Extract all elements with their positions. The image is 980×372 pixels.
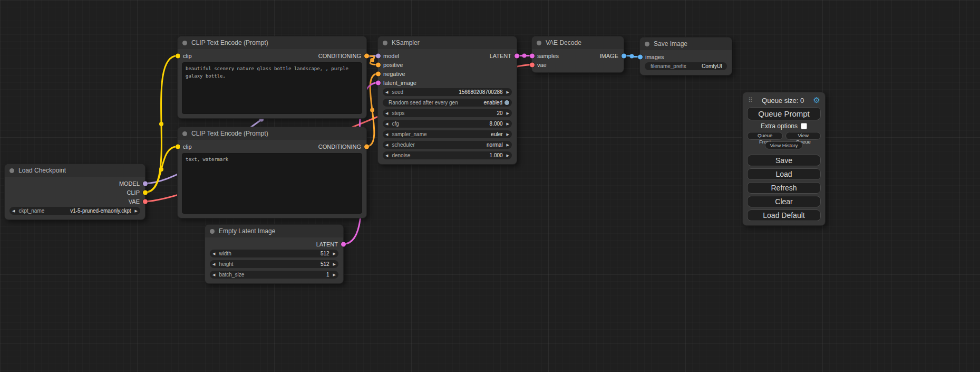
node-empty-latent-image[interactable]: Empty Latent Image LATENT ◀ width 512 ▶ … (205, 224, 344, 284)
decrement-arrow-icon[interactable]: ◀ (385, 109, 388, 117)
node-title-bar[interactable]: Load Checkpoint (5, 164, 145, 177)
slot-label: negative (383, 71, 405, 77)
decrement-arrow-icon[interactable]: ◀ (385, 88, 388, 96)
positive-prompt-textarea[interactable]: beautiful scenery nature glass bottle la… (182, 62, 362, 114)
output-dot-vae[interactable] (143, 199, 148, 204)
decrement-arrow-icon[interactable]: ◀ (385, 151, 388, 159)
decrement-arrow-icon[interactable]: ◀ (212, 260, 215, 268)
node-title-bar[interactable]: KSampler (378, 36, 517, 49)
increment-arrow-icon[interactable]: ▶ (333, 271, 336, 279)
node-save-image[interactable]: Save Image images filename_prefix ComfyU… (639, 37, 732, 75)
widget-ckpt-name[interactable]: ◀ ckpt_name v1-5-pruned-emaonly.ckpt ▶ (9, 207, 140, 215)
widget-steps[interactable]: ◀ steps 20 ▶ (383, 109, 512, 117)
increment-arrow-icon[interactable]: ▶ (507, 120, 509, 128)
input-dot-positive[interactable] (376, 62, 381, 67)
toggle-knob[interactable] (504, 100, 509, 105)
collapse-toggle-icon[interactable] (383, 41, 387, 45)
output-dot-latent[interactable] (341, 242, 346, 246)
input-dot-negative[interactable] (376, 71, 381, 76)
slot-label: MODEL (119, 180, 140, 187)
node-title-bar[interactable]: VAE Decode (532, 36, 624, 49)
input-dot-vae[interactable] (530, 62, 535, 67)
collapse-toggle-icon[interactable] (9, 168, 14, 173)
view-history-button[interactable]: View History (765, 141, 803, 149)
input-slot-images: images (640, 52, 732, 61)
decrement-arrow-icon[interactable]: ◀ (212, 250, 215, 257)
node-clip-text-encode-positive[interactable]: CLIP Text Encode (Prompt) clip CONDITION… (177, 36, 367, 119)
view-queue-button[interactable]: View Queue (785, 132, 821, 140)
next-arrow-icon[interactable]: ▶ (135, 207, 138, 215)
next-arrow-icon[interactable]: ▶ (507, 130, 509, 138)
widget-seed[interactable]: ◀ seed 156680208700286 ▶ (383, 88, 512, 96)
prev-arrow-icon[interactable]: ◀ (12, 207, 15, 215)
load-default-button[interactable]: Load Default (747, 209, 821, 221)
extra-options-checkbox[interactable] (801, 123, 807, 129)
clear-button[interactable]: Clear (747, 196, 821, 207)
input-dot-model[interactable] (376, 53, 381, 58)
refresh-button[interactable]: Refresh (747, 182, 821, 194)
collapse-toggle-icon[interactable] (182, 131, 187, 136)
input-dot-images[interactable] (638, 54, 643, 59)
node-title-bar[interactable]: Save Image (640, 37, 732, 50)
widget-name: batch_size (219, 272, 244, 278)
increment-arrow-icon[interactable]: ▶ (333, 260, 336, 268)
input-dot-clip[interactable] (176, 53, 180, 58)
output-dot-image[interactable] (622, 53, 626, 58)
prev-arrow-icon[interactable]: ◀ (385, 130, 388, 138)
slot-label: CONDITIONING (318, 53, 361, 59)
increment-arrow-icon[interactable]: ▶ (507, 88, 509, 96)
collapse-toggle-icon[interactable] (210, 229, 215, 234)
widget-cfg[interactable]: ◀ cfg 8.000 ▶ (383, 120, 512, 128)
widget-random-seed-toggle[interactable]: Random seed after every gen enabled (383, 99, 512, 107)
widget-sampler-name[interactable]: ◀ sampler_name euler ▶ (383, 130, 512, 138)
widget-name: steps (392, 110, 404, 116)
increment-arrow-icon[interactable]: ▶ (507, 109, 509, 117)
queue-front-button[interactable]: Queue Front (747, 132, 783, 140)
slot-label: CONDITIONING (318, 144, 361, 150)
output-dot-clip[interactable] (143, 190, 148, 195)
drag-handle-icon[interactable]: ⠿ (748, 97, 753, 104)
widget-name: filename_prefix (651, 63, 686, 69)
link-midpoint-dot (522, 54, 527, 58)
collapse-toggle-icon[interactable] (645, 42, 649, 46)
node-load-checkpoint[interactable]: Load Checkpoint MODEL CLIP VAE ◀ ckpt_na… (4, 164, 145, 220)
node-title-bar[interactable]: Empty Latent Image (205, 225, 343, 237)
output-dot-latent[interactable] (515, 53, 519, 58)
widget-batch-size[interactable]: ◀ batch_size 1 ▶ (210, 271, 338, 279)
widget-scheduler[interactable]: ◀ scheduler normal ▶ (383, 141, 512, 149)
increment-arrow-icon[interactable]: ▶ (507, 151, 509, 159)
decrement-arrow-icon[interactable]: ◀ (212, 271, 215, 279)
settings-gear-icon[interactable]: ⚙ (813, 96, 820, 105)
input-dot-latent-image[interactable] (376, 80, 381, 85)
node-vae-decode[interactable]: VAE Decode samples IMAGE vae (531, 36, 624, 73)
widget-height[interactable]: ◀ height 512 ▶ (210, 260, 338, 268)
input-dot-clip[interactable] (176, 144, 180, 149)
next-arrow-icon[interactable]: ▶ (507, 141, 509, 149)
decrement-arrow-icon[interactable]: ◀ (385, 120, 388, 128)
link-midpoint-dot (370, 58, 374, 62)
node-title-bar[interactable]: CLIP Text Encode (Prompt) (178, 127, 366, 140)
node-title-bar[interactable]: CLIP Text Encode (Prompt) (178, 36, 366, 49)
widget-filename-prefix[interactable]: filename_prefix ComfyUI (645, 62, 727, 70)
output-dot-conditioning[interactable] (364, 144, 369, 149)
node-clip-text-encode-negative[interactable]: CLIP Text Encode (Prompt) clip CONDITION… (177, 127, 367, 218)
output-slot-clip: CLIP (5, 188, 145, 197)
node-title: Empty Latent Image (219, 227, 275, 235)
input-dot-samples[interactable] (530, 53, 535, 58)
collapse-toggle-icon[interactable] (182, 41, 187, 45)
negative-prompt-textarea[interactable]: text, watermark (182, 153, 362, 214)
link-midpoint-dot (370, 108, 374, 112)
node-ksampler[interactable]: KSampler model LATENT positive negative … (377, 36, 517, 165)
increment-arrow-icon[interactable]: ▶ (333, 250, 336, 257)
load-button[interactable]: Load (747, 168, 821, 180)
queue-prompt-button[interactable]: Queue Prompt (747, 107, 821, 120)
output-dot-conditioning[interactable] (364, 53, 369, 58)
widget-width[interactable]: ◀ width 512 ▶ (210, 250, 338, 257)
widget-denoise[interactable]: ◀ denoise 1.000 ▶ (383, 151, 512, 159)
prev-arrow-icon[interactable]: ◀ (385, 141, 388, 149)
node-graph-canvas[interactable]: Load Checkpoint MODEL CLIP VAE ◀ ckpt_na… (0, 0, 980, 372)
save-button[interactable]: Save (747, 155, 821, 166)
output-dot-model[interactable] (143, 181, 148, 186)
collapse-toggle-icon[interactable] (537, 41, 541, 45)
widget-name: scheduler (392, 142, 414, 148)
